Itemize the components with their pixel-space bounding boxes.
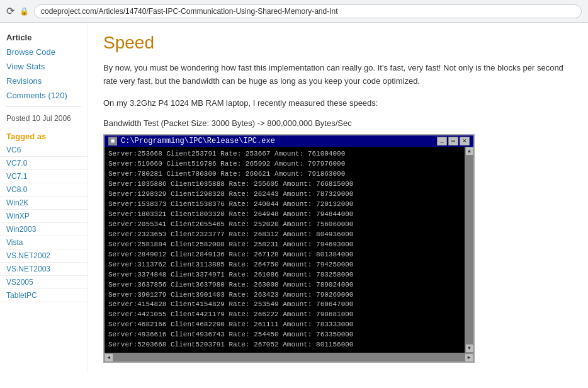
refresh-icon[interactable]: ⟳ xyxy=(6,5,14,17)
cmd-line: Server:4421055 Client4421179 Rate: 26622… xyxy=(108,310,462,320)
cmd-line: Server:5203668 Client5203791 Rate: 26705… xyxy=(108,340,462,350)
tag-winxp[interactable]: WinXP xyxy=(0,210,88,223)
intro-paragraph: By now, you must be wondering how fast t… xyxy=(103,62,573,88)
tag-vs2005[interactable]: VS2005 xyxy=(0,276,88,289)
page-layout: Article Browse CodeView StatsRevisionsCo… xyxy=(0,23,588,373)
tag-vc7.1[interactable]: VC7.1 xyxy=(0,170,88,183)
cmd-line: Server:2581884 Client2582008 Rate: 25823… xyxy=(108,240,462,250)
cmd-scrollbar[interactable]: ▲ ▼ xyxy=(465,147,473,353)
cmd-scroll-right-button[interactable]: ► xyxy=(465,353,473,362)
cmd-close-button[interactable]: ✕ xyxy=(460,137,470,146)
cmd-line: Server:3637856 Client3637980 Rate: 26300… xyxy=(108,280,462,290)
cmd-line: Server:519660 Client519786 Rate: 265992 … xyxy=(108,159,462,169)
tag-vc6[interactable]: VC6 xyxy=(0,144,88,157)
sidebar-links: Browse CodeView StatsRevisionsComments (… xyxy=(0,45,88,103)
main-content: Speed By now, you must be wondering how … xyxy=(88,23,588,373)
cmd-title-text: C:\Programming\IPC\Release\IPC.exe xyxy=(121,137,275,146)
cmd-line: Server:1035886 Client1035888 Rate: 25560… xyxy=(108,180,462,190)
cmd-line: Server:1803321 Client1803320 Rate: 26494… xyxy=(108,210,462,220)
sidebar-posted: Posted 10 Jul 2006 xyxy=(0,111,88,127)
sidebar-tags: VC6VC7.0VC7.1VC8.0Win2KWinXPWin2003Vista… xyxy=(0,144,88,302)
sidebar-divider xyxy=(6,106,81,107)
tag-vs.net2002[interactable]: VS.NET2002 xyxy=(0,249,88,263)
cmd-line: Server:2055341 Client2055465 Rate: 25202… xyxy=(108,220,462,230)
page-title: Speed xyxy=(103,33,573,53)
cmd-line: Server:2323653 Client2323777 Rate: 26831… xyxy=(108,230,462,240)
cmd-minimize-button[interactable]: _ xyxy=(437,137,447,146)
cmd-bottom-scrollbar: ◄ ► xyxy=(105,353,473,362)
cmd-scroll-left-button[interactable]: ◄ xyxy=(105,353,113,362)
tag-vc8.0[interactable]: VC8.0 xyxy=(0,183,88,197)
cmd-line: Server:3901279 Client3901403 Rate: 26342… xyxy=(108,290,462,300)
cmd-line: Server:4154828 Client4154829 Rate: 25354… xyxy=(108,300,462,310)
cmd-window: ▣ C:\Programming\IPC\Release\IPC.exe _ ▭… xyxy=(103,134,475,363)
sidebar-article-title: Article xyxy=(0,29,88,45)
cmd-titlebar-buttons: _ ▭ ✕ xyxy=(437,137,470,146)
cmd-scroll-track xyxy=(465,156,473,344)
cmd-scroll-up-button[interactable]: ▲ xyxy=(465,147,474,156)
cmd-scroll-htrack xyxy=(113,353,465,362)
tag-tabletpc[interactable]: TabletPC xyxy=(0,289,88,302)
sidebar-link-revisions[interactable]: Revisions xyxy=(0,74,88,88)
lock-icon: 🔒 xyxy=(20,7,29,16)
cmd-titlebar: ▣ C:\Programming\IPC\Release\IPC.exe _ ▭… xyxy=(105,135,473,147)
tag-win2003[interactable]: Win2003 xyxy=(0,223,88,236)
cmd-line: Server:2849012 Client2849136 Rate: 26712… xyxy=(108,250,462,260)
cmd-line: Server:1298329 Client1298328 Rate: 26244… xyxy=(108,190,462,200)
tag-vc7.0[interactable]: VC7.0 xyxy=(0,157,88,170)
cmd-line: Server:4682166 Client4682290 Rate: 26111… xyxy=(108,320,462,330)
cmd-restore-button[interactable]: ▭ xyxy=(448,137,458,146)
cmd-line: Server:1538373 Client1538376 Rate: 24004… xyxy=(108,200,462,210)
tag-vista[interactable]: Vista xyxy=(0,236,88,249)
cmd-body: Server:253668 Client253791 Rate: 253667 … xyxy=(105,147,473,353)
cmd-line: Server:4936616 Client4936743 Rate: 25445… xyxy=(108,330,462,340)
sidebar-link-browse-code[interactable]: Browse Code xyxy=(0,45,88,59)
cmd-line: Server:253668 Client253791 Rate: 253667 … xyxy=(108,149,462,159)
cmd-body-wrapper: Server:253668 Client253791 Rate: 253667 … xyxy=(105,147,473,353)
cmd-line: Server:3374848 Client3374971 Rate: 26108… xyxy=(108,270,462,280)
tag-win2k[interactable]: Win2K xyxy=(0,197,88,210)
cmd-line: Server:780281 Client780300 Rate: 260621 … xyxy=(108,169,462,180)
bandwidth-label: Bandwidth Test (Packet Size: 3000 Bytes)… xyxy=(103,118,573,128)
sidebar: Article Browse CodeView StatsRevisionsCo… xyxy=(0,23,88,373)
sidebar-tagged-label: Tagged as xyxy=(0,127,88,144)
sidebar-link-comments[interactable]: Comments (120) xyxy=(0,88,88,103)
cmd-icon: ▣ xyxy=(108,137,117,146)
speed-paragraph: On my 3.2Ghz P4 1024 MB RAM laptop, I re… xyxy=(103,97,573,110)
sidebar-link-view-stats[interactable]: View Stats xyxy=(0,59,88,74)
cmd-scroll-down-button[interactable]: ▼ xyxy=(465,344,474,353)
cmd-titlebar-left: ▣ C:\Programming\IPC\Release\IPC.exe xyxy=(108,137,275,146)
address-bar[interactable] xyxy=(34,4,582,18)
tag-vs.net2003[interactable]: VS.NET2003 xyxy=(0,263,88,276)
browser-bar: ⟳ 🔒 xyxy=(0,0,588,23)
cmd-line: Server:3113762 Client3113885 Rate: 26475… xyxy=(108,260,462,270)
